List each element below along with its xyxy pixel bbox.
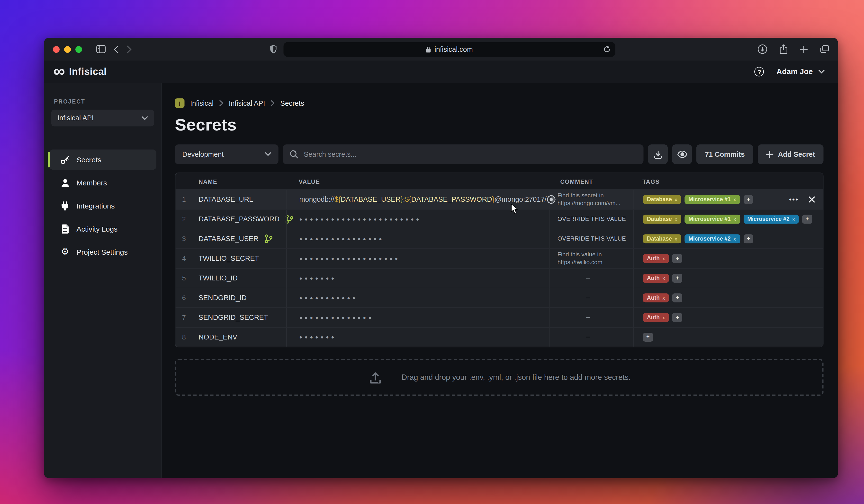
sidebar-item-members[interactable]: Members bbox=[50, 173, 156, 193]
tag-chip[interactable]: Microservice #1x bbox=[684, 195, 740, 204]
remove-tag-icon[interactable]: x bbox=[663, 275, 665, 281]
column-header-name: NAME bbox=[192, 178, 286, 185]
secret-name-cell[interactable]: DATABASE_URL bbox=[192, 196, 286, 204]
secret-name-cell[interactable]: TWILLIO_SECRET bbox=[192, 255, 286, 262]
secret-value-cell[interactable]: ●●●●●●●●●●●●●●●●●●●●●●● bbox=[286, 210, 549, 229]
secret-name-cell[interactable]: DATABASE_USER bbox=[192, 234, 286, 243]
remove-tag-icon[interactable]: x bbox=[675, 197, 677, 202]
breadcrumb-item[interactable]: Infisical bbox=[190, 99, 214, 107]
tag-chip[interactable]: Databasex bbox=[643, 195, 681, 204]
file-dropzone[interactable]: Drag and drop your .env, .yml, or .json … bbox=[175, 359, 824, 396]
comment-cell[interactable]: OVERRIDE THIS VALUE bbox=[549, 210, 633, 229]
remove-tag-icon[interactable]: x bbox=[663, 315, 665, 320]
breadcrumb-item[interactable]: Infisical API bbox=[229, 99, 265, 107]
comment-cell[interactable]: Find this secret in https://mongo.com/vm… bbox=[549, 190, 633, 209]
secret-value-cell[interactable]: ●●●●●●●●●●● bbox=[286, 288, 549, 307]
reveal-value-icon[interactable] bbox=[547, 195, 555, 204]
breadcrumb-item[interactable]: Secrets bbox=[280, 99, 304, 107]
tag-chip[interactable]: Databasex bbox=[643, 214, 681, 224]
project-select[interactable]: Infisical API bbox=[51, 110, 154, 126]
sidebar-item-secrets[interactable]: Secrets bbox=[50, 149, 156, 170]
table-row[interactable]: 3DATABASE_USER●●●●●●●●●●●●●●●●OVERRIDE T… bbox=[176, 229, 823, 248]
remove-tag-icon[interactable]: x bbox=[734, 197, 736, 202]
row-options-button[interactable]: ••• bbox=[789, 196, 799, 204]
comment-cell[interactable]: Find this value in https://twillio.com bbox=[549, 249, 633, 268]
forward-icon[interactable] bbox=[127, 45, 132, 53]
tag-chip[interactable]: Microservice #2x bbox=[743, 214, 799, 224]
table-row[interactable]: 6SENDGRID_ID●●●●●●●●●●●–Authx+ bbox=[176, 288, 823, 307]
secret-name-cell[interactable]: DATABASE_PASSWORD bbox=[192, 214, 286, 224]
remove-tag-icon[interactable]: x bbox=[734, 236, 736, 241]
row-number: 7 bbox=[176, 314, 192, 321]
secret-value-cell[interactable]: ●●●●●●● bbox=[286, 269, 549, 288]
add-tag-button[interactable]: + bbox=[672, 293, 682, 302]
row-delete-button[interactable] bbox=[808, 196, 815, 203]
downloads-icon[interactable] bbox=[758, 45, 767, 54]
secret-value-cell[interactable]: ●●●●●●●●●●●●●● bbox=[286, 308, 549, 327]
tag-chip[interactable]: Authx bbox=[643, 254, 669, 263]
comment-cell[interactable]: – bbox=[549, 308, 633, 327]
secret-name-cell[interactable]: SENDGRID_SECRET bbox=[192, 314, 286, 321]
add-tag-button[interactable]: + bbox=[643, 333, 653, 342]
remove-tag-icon[interactable]: x bbox=[675, 236, 677, 241]
new-tab-icon[interactable] bbox=[800, 45, 807, 53]
privacy-shield-icon[interactable] bbox=[270, 45, 277, 53]
add-tag-button[interactable]: + bbox=[743, 195, 753, 204]
user-menu-name[interactable]: Adam Joe bbox=[777, 67, 813, 76]
sidebar-item-activity-logs[interactable]: Activity Logs bbox=[50, 219, 156, 239]
remove-tag-icon[interactable]: x bbox=[663, 295, 665, 300]
add-secret-button[interactable]: Add Secret bbox=[758, 144, 824, 164]
sidebar-item-project-settings[interactable]: ⚙Project Settings bbox=[50, 242, 156, 262]
table-row[interactable]: 7SENDGRID_SECRET●●●●●●●●●●●●●●–Authx+ bbox=[176, 307, 823, 327]
add-tag-button[interactable]: + bbox=[743, 234, 753, 243]
back-icon[interactable] bbox=[113, 45, 119, 53]
add-tag-button[interactable]: + bbox=[672, 254, 682, 263]
tag-chip[interactable]: Authx bbox=[643, 293, 669, 302]
remove-tag-icon[interactable]: x bbox=[663, 256, 665, 261]
remove-tag-icon[interactable]: x bbox=[675, 217, 677, 222]
comment-cell[interactable]: OVERRIDE THIS VALUE bbox=[549, 230, 633, 249]
table-row[interactable]: 1DATABASE_URLmongodb://${DATABASE_USER}:… bbox=[176, 189, 823, 209]
commits-button[interactable]: 71 Commits bbox=[696, 144, 753, 164]
reload-icon[interactable] bbox=[603, 46, 610, 53]
comment-cell[interactable]: – bbox=[549, 288, 633, 307]
search-input[interactable] bbox=[304, 150, 637, 158]
close-window-button[interactable] bbox=[53, 46, 60, 52]
chevron-down-icon[interactable] bbox=[818, 70, 825, 74]
comment-cell[interactable]: – bbox=[549, 328, 633, 347]
comment-cell[interactable]: – bbox=[549, 269, 633, 288]
remove-tag-icon[interactable]: x bbox=[792, 217, 795, 222]
tag-chip[interactable]: Microservice #2x bbox=[684, 234, 740, 243]
environment-select[interactable]: Development bbox=[175, 144, 278, 164]
minimize-window-button[interactable] bbox=[64, 46, 71, 52]
secret-name-cell[interactable]: SENDGRID_ID bbox=[192, 294, 286, 302]
address-bar[interactable]: infisical.com bbox=[284, 42, 615, 57]
tab-overview-icon[interactable] bbox=[820, 45, 829, 53]
tag-chip[interactable]: Microservice #1x bbox=[684, 214, 740, 224]
tag-chip[interactable]: Databasex bbox=[643, 234, 681, 243]
sidebar-toggle-icon[interactable] bbox=[96, 45, 106, 53]
share-icon[interactable] bbox=[780, 45, 788, 54]
secret-name-cell[interactable]: TWILLIO_ID bbox=[192, 274, 286, 282]
tag-chip[interactable]: Authx bbox=[643, 313, 669, 322]
zoom-window-button[interactable] bbox=[75, 46, 82, 52]
remove-tag-icon[interactable]: x bbox=[734, 217, 736, 222]
add-tag-button[interactable]: + bbox=[672, 274, 682, 283]
download-secrets-button[interactable] bbox=[648, 144, 668, 164]
table-row[interactable]: 4TWILLIO_SECRET●●●●●●●●●●●●●●●●●●●Find t… bbox=[176, 248, 823, 268]
tag-chip[interactable]: Authx bbox=[643, 274, 669, 283]
sidebar-item-integrations[interactable]: Integrations bbox=[50, 196, 156, 216]
add-tag-button[interactable]: + bbox=[802, 214, 812, 224]
secret-value-cell[interactable]: ●●●●●●● bbox=[286, 328, 549, 347]
secret-value-cell[interactable]: ●●●●●●●●●●●●●●●● bbox=[286, 230, 549, 249]
secret-value-cell[interactable]: ●●●●●●●●●●●●●●●●●●● bbox=[286, 249, 549, 268]
reveal-all-button[interactable] bbox=[672, 144, 692, 164]
help-icon[interactable]: ? bbox=[755, 67, 764, 76]
secret-name-cell[interactable]: NODE_ENV bbox=[192, 333, 286, 341]
table-row[interactable]: 2DATABASE_PASSWORD●●●●●●●●●●●●●●●●●●●●●●… bbox=[176, 209, 823, 229]
table-row[interactable]: 8NODE_ENV●●●●●●●–+ bbox=[176, 327, 823, 347]
table-row[interactable]: 5TWILLIO_ID●●●●●●●–Authx+ bbox=[176, 268, 823, 288]
infisical-logo[interactable]: ∞ Infisical bbox=[53, 66, 107, 78]
secret-value-cell[interactable]: mongodb://${DATABASE_USER}:${DATABASE_PA… bbox=[286, 190, 549, 209]
add-tag-button[interactable]: + bbox=[672, 313, 682, 322]
